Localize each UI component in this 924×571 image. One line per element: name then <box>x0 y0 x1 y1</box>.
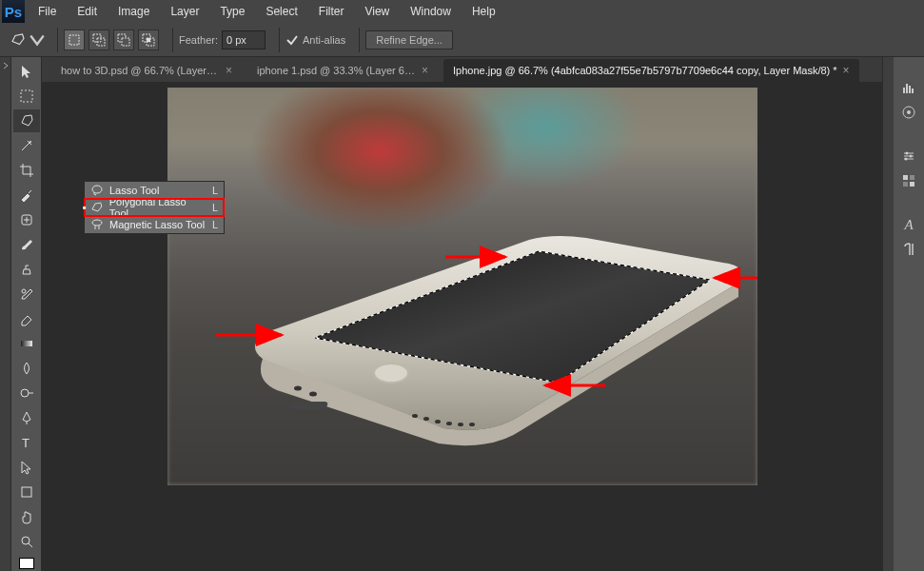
lasso-icon <box>90 184 104 197</box>
polygonal-lasso-icon <box>90 201 104 214</box>
lasso-tool-flyout: Lasso Tool L Polygonal Lasso Tool L Magn… <box>84 181 225 234</box>
adjustments-panel-icon[interactable] <box>899 147 918 166</box>
selection-add-button[interactable] <box>88 30 109 50</box>
svg-text:T: T <box>22 436 29 450</box>
svg-rect-12 <box>21 341 32 346</box>
healing-brush-tool[interactable] <box>13 208 40 231</box>
styles-panel-icon[interactable] <box>899 171 918 190</box>
annotation-arrows <box>167 88 757 485</box>
menu-view[interactable]: View <box>355 2 399 21</box>
document-tab-1[interactable]: iphone 1.psd @ 33.3% (Layer 6, RGB/8... … <box>247 59 438 82</box>
eyedropper-tool[interactable] <box>13 184 40 207</box>
hand-tool[interactable] <box>13 505 40 528</box>
dodge-tool[interactable] <box>13 382 40 404</box>
brush-tool[interactable] <box>13 233 40 256</box>
feather-input[interactable] <box>222 30 265 49</box>
svg-point-13 <box>21 389 29 397</box>
refine-edge-button[interactable]: Refine Edge... <box>365 30 453 49</box>
menu-filter[interactable]: Filter <box>309 2 354 21</box>
menu-select[interactable]: Select <box>256 2 306 21</box>
flyout-label: Lasso Tool <box>109 185 159 196</box>
magnetic-lasso-icon <box>90 218 104 231</box>
selection-subtract-button[interactable] <box>113 30 134 50</box>
svg-rect-43 <box>910 175 914 180</box>
menu-image[interactable]: Image <box>108 2 159 21</box>
svg-point-39 <box>906 152 909 155</box>
svg-point-38 <box>907 110 911 114</box>
selection-add-icon <box>92 33 106 47</box>
selection-intersect-button[interactable] <box>138 30 159 50</box>
photoshop-logo-icon: Ps <box>2 0 25 23</box>
flyout-item-polygonal-lasso[interactable]: Polygonal Lasso Tool L <box>85 199 224 216</box>
antialias-label: Anti-alias <box>303 34 345 46</box>
close-icon[interactable]: × <box>843 64 850 77</box>
left-collapse-strip[interactable] <box>0 57 11 571</box>
selection-new-button[interactable] <box>64 30 85 50</box>
svg-point-40 <box>910 155 913 158</box>
toolbox: T <box>11 57 42 571</box>
right-collapse-strip[interactable] <box>882 57 894 571</box>
document-tab-0[interactable]: how to 3D.psd @ 66.7% (Layer 1, RGB/... … <box>51 59 242 82</box>
document-tab-2[interactable]: Iphone.jpg @ 66.7% (4abfca083a27f55e7b57… <box>443 59 859 82</box>
clone-stamp-tool[interactable] <box>13 258 40 281</box>
type-tool[interactable]: T <box>13 431 40 454</box>
svg-point-9 <box>29 141 31 143</box>
document-tab-bar: how to 3D.psd @ 66.7% (Layer 1, RGB/... … <box>42 57 882 82</box>
current-tool-indicator[interactable] <box>6 30 49 50</box>
tab-label: iphone 1.psd @ 33.3% (Layer 6, RGB/8... <box>257 65 416 76</box>
svg-rect-36 <box>912 89 914 93</box>
marquee-tool[interactable] <box>13 85 40 108</box>
flyout-label: Magnetic Lasso Tool <box>109 219 205 230</box>
canvas[interactable] <box>167 88 757 485</box>
close-icon[interactable]: × <box>422 64 428 77</box>
right-panel-rail: A <box>894 57 924 571</box>
magic-wand-tool[interactable] <box>13 134 40 157</box>
svg-rect-7 <box>147 38 150 42</box>
svg-rect-0 <box>69 35 79 45</box>
svg-point-16 <box>22 537 29 544</box>
history-brush-tool[interactable] <box>13 283 40 305</box>
canvas-viewport[interactable] <box>42 82 882 571</box>
options-bar: Feather: Anti-alias Refine Edge... <box>0 23 924 57</box>
character-panel-icon[interactable]: A <box>899 215 918 234</box>
eraser-tool[interactable] <box>13 307 40 330</box>
blur-tool[interactable] <box>13 357 40 380</box>
foreground-color-swatch[interactable] <box>19 558 34 569</box>
svg-rect-34 <box>906 84 908 93</box>
histogram-panel-icon[interactable] <box>899 78 918 97</box>
chevron-right-icon <box>1 61 10 70</box>
zoom-tool[interactable] <box>13 530 40 553</box>
color-swatches[interactable] <box>11 558 41 569</box>
svg-point-11 <box>22 289 26 293</box>
svg-rect-44 <box>903 182 908 187</box>
svg-point-41 <box>905 158 908 161</box>
antialias-checkbox[interactable] <box>285 33 299 47</box>
menu-window[interactable]: Window <box>401 2 461 21</box>
svg-rect-45 <box>910 182 914 187</box>
selection-intersect-icon <box>142 33 155 47</box>
menu-help[interactable]: Help <box>462 2 505 21</box>
svg-rect-8 <box>21 90 32 102</box>
menu-edit[interactable]: Edit <box>68 2 107 21</box>
shape-tool[interactable] <box>13 481 40 503</box>
crop-tool[interactable] <box>13 159 40 182</box>
tab-label: how to 3D.psd @ 66.7% (Layer 1, RGB/... <box>61 65 220 76</box>
svg-point-32 <box>92 220 102 226</box>
move-tool[interactable] <box>13 60 40 83</box>
menu-type[interactable]: Type <box>210 2 254 21</box>
svg-rect-33 <box>903 88 905 93</box>
main-menu-bar: File Edit Image Layer Type Select Filter… <box>29 2 505 21</box>
svg-rect-4 <box>122 38 129 46</box>
flyout-shortcut: L <box>212 185 218 196</box>
menu-file[interactable]: File <box>29 2 66 21</box>
gradient-tool[interactable] <box>13 332 40 355</box>
menu-layer[interactable]: Layer <box>161 2 208 21</box>
paragraph-panel-icon[interactable] <box>899 240 918 259</box>
flyout-item-magnetic-lasso[interactable]: Magnetic Lasso Tool L <box>85 216 224 233</box>
path-selection-tool[interactable] <box>13 456 40 479</box>
swatches-panel-icon[interactable] <box>899 103 918 122</box>
svg-rect-35 <box>909 86 911 93</box>
close-icon[interactable]: × <box>226 64 232 77</box>
pen-tool[interactable] <box>13 406 40 429</box>
lasso-tool[interactable] <box>13 109 40 132</box>
